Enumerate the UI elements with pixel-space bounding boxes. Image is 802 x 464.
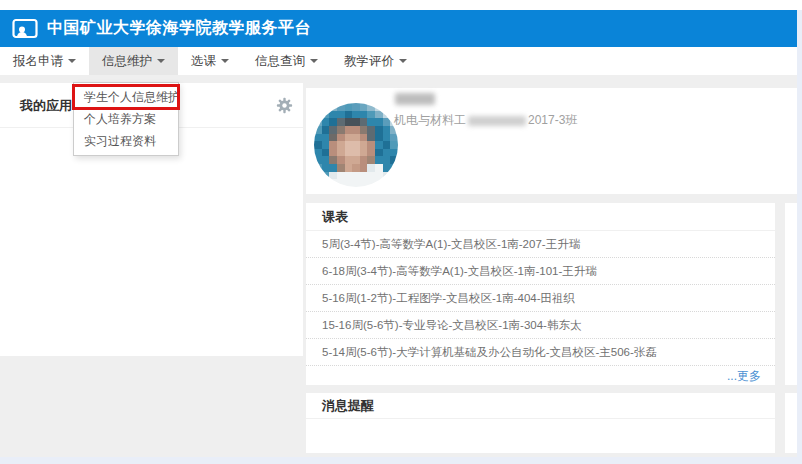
chevron-down-icon — [310, 59, 318, 63]
app-header: 中国矿业大学徐海学院教学服务平台 — [0, 10, 797, 47]
course-row: 5周(3-4节)-高等数学A(1)-文昌校区-1南-207-王升瑞 — [306, 231, 775, 258]
top-strip — [0, 0, 802, 10]
nav-item-enroll[interactable]: 报名申请 — [0, 47, 89, 75]
student-class-line: 机电与材料工 2017-3班 — [394, 112, 577, 129]
menu-item-internship-materials[interactable]: 实习过程资料 — [74, 130, 178, 152]
gear-icon[interactable] — [276, 97, 293, 114]
course-row: 5-16周(1-2节)-工程图学-文昌校区-1南-404-田祖织 — [306, 285, 775, 312]
student-name-blurred — [395, 93, 435, 105]
nav-item-label: 信息维护 — [102, 53, 152, 70]
nav-item-course-select[interactable]: 选课 — [178, 47, 242, 75]
main-nav: 报名申请 信息维护 选课 信息查询 教学评价 — [0, 47, 797, 75]
person-at-screen-icon — [12, 18, 38, 40]
chevron-down-icon — [399, 59, 407, 63]
more-link[interactable]: ...更多 — [727, 369, 761, 383]
menu-item-student-info-maintain[interactable]: 学生个人信息维护 — [74, 86, 178, 108]
page: 中国矿业大学徐海学院教学服务平台 报名申请 信息维护 选课 信息查询 教学评价 … — [0, 0, 802, 464]
nav-item-teaching-eval[interactable]: 教学评价 — [331, 47, 420, 75]
chevron-down-icon — [221, 59, 229, 63]
bottom-edge-strip — [0, 457, 802, 464]
nav-item-info-query[interactable]: 信息查询 — [242, 47, 331, 75]
course-row: 15-16周(5-6节)-专业导论-文昌校区-1南-304-韩东太 — [306, 312, 775, 339]
right-edge-strip — [797, 10, 802, 464]
class-text-blurred — [468, 116, 526, 126]
profile-panel: 机电与材料工 2017-3班 — [306, 88, 797, 194]
cutoff-panel-top — [785, 203, 797, 385]
cutoff-panel-bottom — [785, 393, 797, 453]
page-title: 中国矿业大学徐海学院教学服务平台 — [47, 18, 311, 39]
avatar — [314, 103, 398, 187]
class-text-suffix: 2017-3班 — [528, 112, 577, 129]
nav-item-label: 教学评价 — [344, 53, 394, 70]
nav-item-label: 报名申请 — [13, 53, 63, 70]
course-row: 6-18周(3-4节)-高等数学A(1)-文昌校区-1南-101-王升瑞 — [306, 258, 775, 285]
nav-item-label: 信息查询 — [255, 53, 305, 70]
class-text-prefix: 机电与材料工 — [394, 112, 466, 129]
chevron-down-icon — [68, 59, 76, 63]
info-maintenance-dropdown: 学生个人信息维护 个人培养方案 实习过程资料 — [73, 82, 179, 156]
course-row: 5-14周(5-6节)-大学计算机基础及办公自动化-文昌校区-主506-张磊 — [306, 339, 775, 366]
messages-panel: 消息提醒 — [306, 393, 775, 453]
nav-item-label: 选课 — [191, 53, 216, 70]
my-apps-title: 我的应用 — [20, 98, 72, 113]
chevron-down-icon — [157, 59, 165, 63]
nav-item-info-maintenance[interactable]: 信息维护 — [89, 47, 178, 75]
course-schedule-title: 课表 — [306, 203, 775, 231]
course-schedule-panel: 课表 5周(3-4节)-高等数学A(1)-文昌校区-1南-207-王升瑞 6-1… — [306, 203, 775, 385]
menu-item-personal-training-plan[interactable]: 个人培养方案 — [74, 108, 178, 130]
messages-title: 消息提醒 — [306, 393, 775, 419]
